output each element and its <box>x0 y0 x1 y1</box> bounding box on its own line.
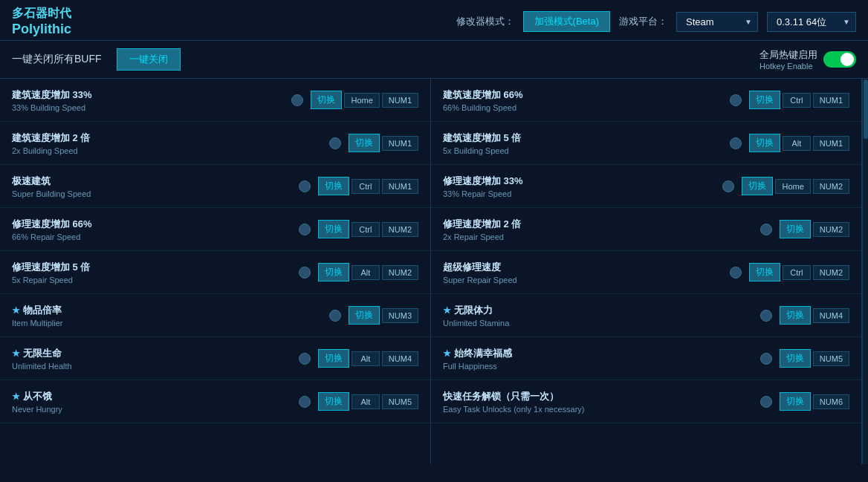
cheat-row: ★始终满幸福感Full Happiness切换NUM5 <box>431 337 861 380</box>
cheat-row: 建筑速度增加 66%66% Building Speed切换CtrlNUM1 <box>431 79 861 122</box>
cheat-toggle-dot[interactable] <box>329 310 341 322</box>
key-btn[interactable]: NUM4 <box>382 351 418 366</box>
version-select-wrapper: 0.3.11 64位 0.3.10 64位 <box>767 12 856 32</box>
key-btn[interactable]: Home <box>775 179 810 194</box>
key-btn[interactable]: NUM1 <box>382 93 418 108</box>
cheat-toggle-dot[interactable] <box>299 267 311 279</box>
cheat-name-en: 2x Repair Speed <box>443 232 753 241</box>
key-btn[interactable]: Alt <box>352 351 380 366</box>
cheat-name-en: Easy Task Unlocks (only 1x necessary) <box>443 405 753 414</box>
platform-select-wrapper: Steam Epic GOG <box>676 12 758 32</box>
toggle-btn[interactable]: 切换 <box>780 220 811 238</box>
cheat-name-cn: 建筑速度增加 5 倍 <box>443 131 722 145</box>
key-btn[interactable]: Ctrl <box>783 265 811 280</box>
cheat-row: ★物品倍率Item Multiplier切换NUM3 <box>0 294 430 337</box>
toggle-btn[interactable]: 切换 <box>318 177 349 195</box>
hotkey-controls: 切换NUM1 <box>349 134 418 152</box>
cheat-name-cn: 修理速度增加 2 倍 <box>443 218 753 231</box>
cheat-name-en: Never Hungry <box>12 405 291 414</box>
platform-label: 游戏平台： <box>619 15 667 28</box>
key-btn[interactable]: NUM2 <box>813 179 849 194</box>
hotkey-controls: 切换HomeNUM1 <box>311 91 418 109</box>
toggle-btn[interactable]: 切换 <box>749 134 780 152</box>
hotkey-controls: 切换NUM4 <box>780 306 849 325</box>
key-btn[interactable]: NUM5 <box>813 351 849 366</box>
key-btn[interactable]: NUM4 <box>813 308 849 323</box>
toggle-btn[interactable]: 切换 <box>349 306 380 325</box>
scrollbar[interactable] <box>862 79 868 464</box>
key-btn[interactable]: NUM2 <box>382 222 418 237</box>
hotkey-label-main: 全局热键启用 <box>760 48 817 62</box>
key-btn[interactable]: NUM1 <box>813 93 849 108</box>
toggle-btn[interactable]: 切换 <box>318 220 349 238</box>
close-all-button[interactable]: 一键关闭 <box>117 48 181 71</box>
cheat-info: ★无限体力Unlimited Stamina <box>443 304 753 328</box>
key-btn[interactable]: Alt <box>352 394 380 409</box>
key-btn[interactable]: NUM2 <box>813 222 849 237</box>
key-btn[interactable]: NUM2 <box>813 265 849 280</box>
cheat-toggle-dot[interactable] <box>760 310 772 322</box>
toolbar: 一键关闭所有BUFF 一键关闭 全局热键启用 Hotkey Enable <box>0 41 868 79</box>
hotkey-controls: 切换CtrlNUM1 <box>318 177 418 195</box>
toggle-btn[interactable]: 切换 <box>749 263 780 281</box>
title-block: 多石器时代 Polylithic <box>12 6 71 37</box>
cheat-toggle-dot[interactable] <box>760 353 772 365</box>
cheat-name-en: Super Building Speed <box>12 189 291 198</box>
cheat-toggle-dot[interactable] <box>730 94 742 106</box>
key-btn[interactable]: Ctrl <box>352 222 380 237</box>
key-btn[interactable]: NUM1 <box>813 136 849 151</box>
cheat-toggle-dot[interactable] <box>329 137 341 149</box>
star-icon: ★ <box>12 305 20 316</box>
hotkey-controls: 切换CtrlNUM2 <box>749 263 849 281</box>
hotkey-toggle[interactable] <box>823 51 856 68</box>
toggle-btn[interactable]: 切换 <box>318 349 349 368</box>
key-btn[interactable]: Home <box>344 93 379 108</box>
cheat-toggle-dot[interactable] <box>760 224 772 235</box>
hotkey-controls: 切换NUM6 <box>780 392 849 411</box>
cheat-name-en: 33% Repair Speed <box>443 189 715 198</box>
mode-label: 修改器模式： <box>456 15 514 28</box>
cheat-row: 建筑速度增加 33%33% Building Speed切换HomeNUM1 <box>0 79 430 122</box>
cheat-name-cn: 建筑速度增加 2 倍 <box>12 131 322 145</box>
hotkey-controls: 切换AltNUM1 <box>749 134 849 152</box>
key-btn[interactable]: Alt <box>352 265 380 280</box>
key-btn[interactable]: NUM1 <box>382 179 418 194</box>
toggle-btn[interactable]: 切换 <box>780 349 811 368</box>
cheat-toggle-dot[interactable] <box>722 180 734 192</box>
cheat-info: 建筑速度增加 33%33% Building Speed <box>12 88 284 112</box>
key-btn[interactable]: NUM2 <box>382 265 418 280</box>
cheat-toggle-dot[interactable] <box>730 267 742 279</box>
cheat-name-en: 33% Building Speed <box>12 103 284 112</box>
toggle-btn[interactable]: 切换 <box>349 134 380 152</box>
toggle-btn[interactable]: 切换 <box>780 306 811 325</box>
toggle-btn[interactable]: 切换 <box>749 91 780 109</box>
toggle-btn[interactable]: 切换 <box>742 177 773 195</box>
version-select[interactable]: 0.3.11 64位 0.3.10 64位 <box>767 12 856 32</box>
cheat-toggle-dot[interactable] <box>291 94 303 106</box>
key-btn[interactable]: Alt <box>783 136 811 151</box>
key-btn[interactable]: NUM3 <box>382 308 418 323</box>
key-btn[interactable]: Ctrl <box>352 179 380 194</box>
cheat-info: 极速建筑Super Building Speed <box>12 175 291 198</box>
cheat-name-cn: ★物品倍率 <box>12 304 322 317</box>
key-btn[interactable]: Ctrl <box>783 93 811 108</box>
mode-button[interactable]: 加强模式(Beta) <box>523 11 610 32</box>
toggle-btn[interactable]: 切换 <box>311 91 342 109</box>
platform-select[interactable]: Steam Epic GOG <box>676 12 758 32</box>
toggle-btn[interactable]: 切换 <box>780 392 811 411</box>
key-btn[interactable]: NUM1 <box>382 136 418 151</box>
cheat-toggle-dot[interactable] <box>730 137 742 149</box>
hotkey-controls: 切换AltNUM4 <box>318 349 418 368</box>
cheat-toggle-dot[interactable] <box>299 180 311 192</box>
cheat-toggle-dot[interactable] <box>299 353 311 365</box>
key-btn[interactable]: NUM5 <box>382 394 418 409</box>
toggle-btn[interactable]: 切换 <box>318 392 349 411</box>
cheat-toggle-dot[interactable] <box>760 396 772 408</box>
cheat-toggle-dot[interactable] <box>299 224 311 235</box>
toggle-btn[interactable]: 切换 <box>318 263 349 281</box>
left-column: 建筑速度增加 33%33% Building Speed切换HomeNUM1建筑… <box>0 79 431 464</box>
key-btn[interactable]: NUM6 <box>813 394 849 409</box>
cheat-name-cn: 超级修理速度 <box>443 261 722 274</box>
cheat-toggle-dot[interactable] <box>299 396 311 408</box>
hotkey-label-block: 全局热键启用 Hotkey Enable <box>760 48 817 71</box>
